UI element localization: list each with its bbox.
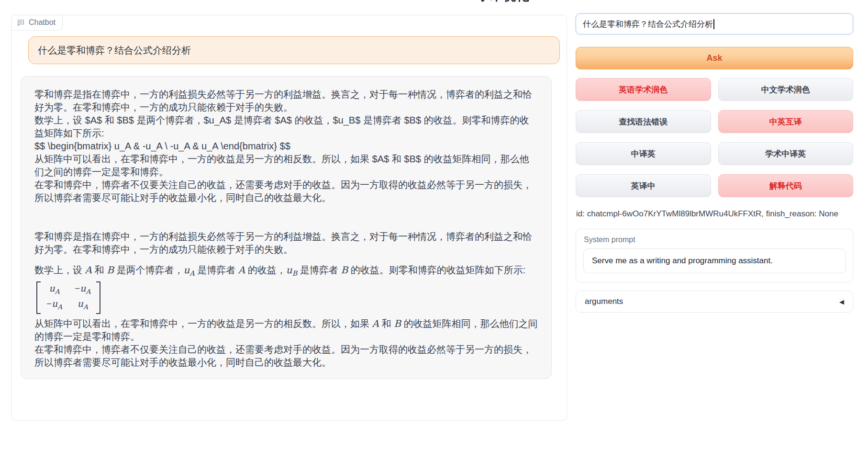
button-english-academic-polish[interactable]: 英语学术润色 — [576, 78, 711, 101]
bot-raw-paragraph: 数学上，设 $A$ 和 $B$ 是两个博弈者，$u_A$ 是博弈者 $A$ 的收… — [34, 114, 538, 140]
accordion-collapse-icon: ◀ — [839, 298, 844, 305]
bot-raw-paragraph: 从矩阵中可以看出，在零和博弈中，一方的收益是另一方的相反数。所以，如果 $A$ … — [34, 153, 538, 179]
chatbot-label-text: Chatbot — [29, 18, 56, 27]
bot-rendered-paragraph: 在零和博弈中，博弈者不仅要关注自己的收益，还需要考虑对手的收益。因为一方取得的收… — [34, 343, 538, 369]
button-find-grammar-errors[interactable]: 查找语法错误 — [576, 110, 711, 133]
bot-raw-paragraph: 在零和博弈中，博弈者不仅要关注自己的收益，还需要考虑对手的收益。因为一方取得的收… — [34, 179, 538, 204]
bot-rendered-paragraph-math: 从矩阵中可以看出，在零和博弈中，一方的收益是另一方的相反数。所以，如果 A 和 … — [34, 317, 538, 343]
matrix-cell: −uA — [75, 282, 90, 298]
user-message-bubble: 什么是零和博弈？结合公式介绍分析 — [28, 36, 560, 64]
button-explain-code[interactable]: 解释代码 — [718, 174, 854, 197]
chatbot-panel: Chatbot 什么是零和博弈？结合公式介绍分析 零和博弈是指在博弈中，一方的利… — [11, 15, 567, 421]
response-status-text: id: chatcmpl-6wOo7KrYTwMl89lbrMWRu4UkFFX… — [576, 209, 838, 219]
chatbot-label: Chatbot — [11, 15, 63, 31]
user-message-text: 什么是零和博弈？结合公式介绍分析 — [38, 44, 191, 57]
arguments-accordion-label: arguments — [585, 297, 623, 306]
arguments-accordion-header[interactable]: arguments ◀ — [576, 291, 853, 313]
button-zh-en-mutual-translate[interactable]: 中英互译 — [718, 110, 854, 133]
button-chinese-academic-polish[interactable]: 中文学术润色 — [718, 78, 854, 101]
paragraph-gap — [34, 204, 538, 230]
button-en-to-zh[interactable]: 英译中 — [576, 174, 711, 197]
chat-bubble-icon — [17, 19, 25, 27]
page-title: ChatGPT 学术优化 — [418, 0, 529, 4]
bot-message-bubble: 零和博弈是指在博弈中，一方的利益损失必然等于另一方的利益增益。换言之，对于每一种… — [21, 76, 552, 379]
question-input[interactable]: 什么是零和博弈？结合公式介绍分析 — [576, 13, 853, 34]
bot-raw-latex-line: $$ \begin{bmatrix} u_A & -u_A \ -u_A & u… — [34, 140, 538, 153]
matrix-cell: uA — [75, 298, 90, 313]
bot-rendered-paragraph-math: 数学上，设 A 和 B 是两个博弈者，uA 是博弈者 A 的收益，uB 是博弈者… — [34, 264, 538, 280]
question-input-value: 什么是零和博弈？结合公式介绍分析 — [583, 19, 713, 30]
bot-raw-paragraph: 零和博弈是指在博弈中，一方的利益损失必然等于另一方的利益增益。换言之，对于每一种… — [34, 88, 538, 114]
system-prompt-label: System prompt — [576, 229, 853, 244]
matrix-right-bracket — [96, 281, 100, 314]
system-prompt-input[interactable]: Serve me as a writing and programming as… — [583, 248, 846, 273]
app-root: ChatGPT 学术优化 Chatbot 什么是零和博弈？结合公式介绍分析 零和… — [0, 0, 868, 460]
button-zh-to-en[interactable]: 中译英 — [576, 142, 711, 165]
bot-rendered-paragraph: 零和博弈是指在博弈中，一方的利益损失必然等于另一方的利益增益。换言之，对于每一种… — [34, 230, 538, 256]
payoff-matrix: uA −uA −uA uA — [36, 281, 100, 314]
ask-button-label: Ask — [706, 53, 722, 63]
matrix-left-bracket — [36, 281, 41, 314]
text-cursor — [713, 19, 714, 29]
system-prompt-value: Serve me as a writing and programming as… — [592, 256, 773, 266]
button-academic-zh-to-en[interactable]: 学术中译英 — [718, 142, 854, 165]
rendered-matrix-block: uA −uA −uA uA — [34, 280, 538, 317]
system-prompt-card: System prompt Serve me as a writing and … — [576, 229, 853, 282]
matrix-cell: uA — [46, 282, 62, 298]
matrix-cell: −uA — [46, 298, 62, 313]
function-button-grid: 英语学术润色 中文学术润色 查找语法错误 中英互译 中译英 学术中译英 英译中 … — [576, 78, 853, 197]
ask-button[interactable]: Ask — [576, 47, 853, 69]
